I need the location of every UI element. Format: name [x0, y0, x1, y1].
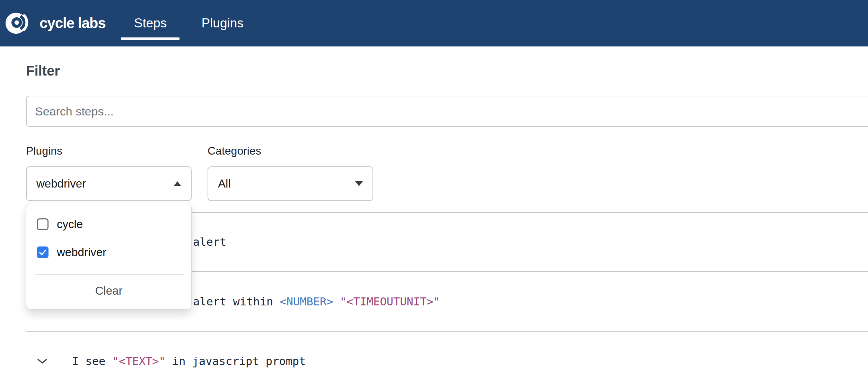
plugin-option-label: cycle [57, 218, 83, 231]
caret-up-icon [174, 181, 181, 186]
cycle-labs-logo-icon [5, 11, 35, 35]
tab-steps-label: Steps [134, 16, 167, 31]
checkbox-unchecked[interactable] [37, 218, 49, 230]
plugin-options: cyclewebdriver [26, 203, 191, 259]
chevron-down-icon[interactable] [37, 358, 47, 364]
main-content: Filter Plugins webdriver cyclewebdriver … [0, 63, 868, 382]
brand-wordmark: cycle labs [40, 15, 106, 32]
categories-select[interactable]: All [208, 166, 373, 201]
categories-select-value: All [218, 177, 231, 190]
app-header: cycle labs Steps Plugins [0, 0, 868, 46]
brand: cycle labs [5, 11, 106, 35]
step-text: alert within <NUMBER> "<TIMEOUTUNIT>" [193, 295, 440, 308]
filter-fields: Plugins webdriver cyclewebdriver Clear C… [26, 144, 868, 201]
main-nav: Steps Plugins [121, 0, 256, 46]
tab-plugins-label: Plugins [201, 16, 243, 31]
categories-field: Categories All [208, 144, 373, 201]
plugins-select[interactable]: webdriver [26, 166, 192, 201]
checkbox-checked[interactable] [37, 246, 49, 258]
plugin-option-cycle[interactable]: cycle [37, 217, 191, 231]
plugins-select-value: webdriver [36, 177, 86, 190]
step-text: I see "<TEXT>" in javascript prompt [72, 355, 306, 368]
plugins-dropdown-panel: cyclewebdriver Clear [26, 203, 192, 310]
caret-down-icon [355, 181, 363, 186]
tab-plugins[interactable]: Plugins [188, 0, 256, 46]
plugin-option-webdriver[interactable]: webdriver [37, 245, 191, 259]
check-icon [38, 248, 47, 257]
clear-button[interactable]: Clear [93, 284, 125, 298]
step-row[interactable]: I see "<TEXT>" in javascript prompt [26, 331, 868, 382]
categories-label: Categories [208, 144, 373, 158]
plugin-option-label: webdriver [57, 246, 106, 259]
panel-divider [35, 274, 184, 275]
plugins-field: Plugins webdriver cyclewebdriver Clear [26, 144, 192, 201]
search-input[interactable] [26, 96, 868, 127]
plugins-label: Plugins [26, 144, 192, 158]
tab-steps[interactable]: Steps [121, 0, 180, 46]
step-text: alert [193, 235, 226, 249]
filter-heading: Filter [26, 63, 868, 78]
